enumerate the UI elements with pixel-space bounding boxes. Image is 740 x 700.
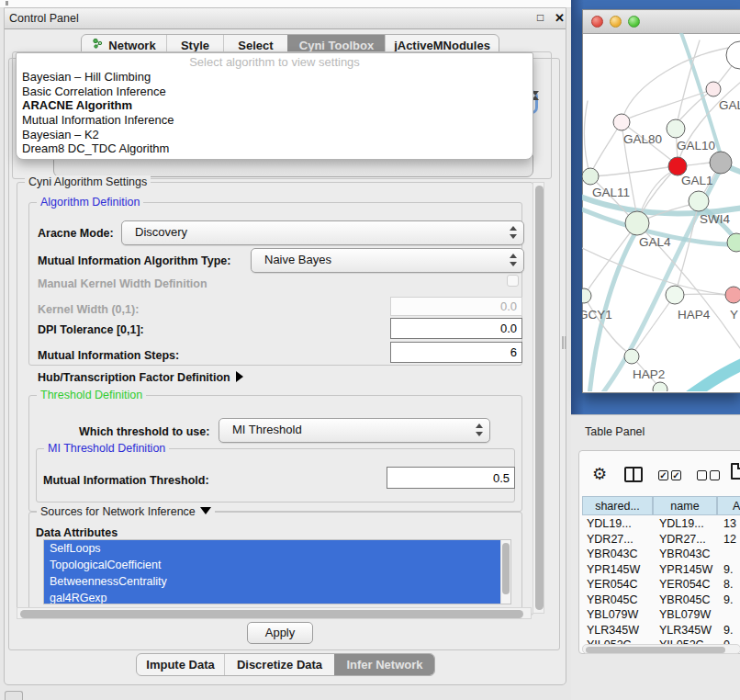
table-row[interactable]: YDL19...YDL19...13 bbox=[582, 516, 740, 532]
dropdown-option-dream8-dc-tdc-algorithm[interactable]: Dream8 DC_TDC Algorithm bbox=[17, 141, 533, 156]
mi-threshold-title: MI Threshold Definition bbox=[44, 442, 169, 455]
network-node-unlabeled[interactable] bbox=[727, 233, 740, 252]
network-node-swi4[interactable] bbox=[689, 191, 709, 211]
close-button[interactable] bbox=[591, 16, 603, 28]
settings-horizontal-scrollbar-thumb[interactable] bbox=[20, 610, 523, 618]
column-header-name[interactable]: name bbox=[653, 496, 717, 515]
table-horizontal-scrollbar-thumb[interactable] bbox=[586, 647, 725, 653]
table-cell: YBR043C bbox=[659, 547, 711, 562]
table-row[interactable]: YPR145WYPR145W9. bbox=[582, 562, 740, 578]
mi-steps-input[interactable] bbox=[390, 342, 522, 363]
table-header-row: shared...nameA bbox=[582, 496, 740, 515]
tab-discretize-data[interactable]: Discretize Data bbox=[224, 654, 334, 675]
attribute-item-topologicalcoefficient[interactable]: TopologicalCoefficient bbox=[44, 557, 506, 573]
manual-kernel-checkbox[interactable] bbox=[507, 275, 519, 287]
table-row[interactable]: YLR345WYLR345W9. bbox=[582, 623, 740, 638]
column-header-shared[interactable]: shared... bbox=[582, 496, 653, 515]
table-cell: YDL19... bbox=[587, 516, 632, 532]
corner-widget-icon[interactable] bbox=[5, 691, 23, 700]
network-node-unlabeled[interactable] bbox=[726, 41, 740, 69]
gear-icon[interactable]: ⚙ bbox=[592, 464, 607, 484]
table-panel-title: Table Panel bbox=[585, 425, 645, 438]
table-row[interactable]: YIL052CYIL052C0. bbox=[582, 638, 740, 644]
network-node-unlabeled[interactable] bbox=[710, 152, 732, 174]
aracne-mode-label: Aracne Mode: bbox=[38, 227, 114, 240]
network-node-label: GCY1 bbox=[582, 308, 612, 322]
combo-arrows-icon bbox=[510, 226, 517, 239]
float-window-icon[interactable]: □ bbox=[537, 11, 544, 24]
table-cell: 0. bbox=[723, 638, 733, 644]
tab-label: Impute Data bbox=[146, 654, 214, 675]
kernel-width-input[interactable] bbox=[390, 297, 522, 316]
apply-button[interactable]: Apply bbox=[247, 622, 313, 644]
select-all-icon[interactable]: ✓ bbox=[671, 470, 681, 480]
mi-threshold-label: Mutual Information Threshold: bbox=[43, 474, 209, 487]
attr-list-scrollbar[interactable] bbox=[500, 540, 510, 604]
mi-type-combo[interactable]: Naive Bayes bbox=[251, 248, 524, 273]
tab-infer-network[interactable]: Infer Network bbox=[334, 654, 434, 675]
network-node-label: SWI4 bbox=[700, 212, 730, 226]
dpi-tolerance-input[interactable] bbox=[390, 318, 522, 339]
dropdown-option-bayesian-k2[interactable]: Bayesian – K2 bbox=[17, 128, 533, 142]
select-all-icon[interactable]: ✓ bbox=[658, 470, 668, 480]
attribute-item-gal4rgexp[interactable]: gal4RGexp bbox=[44, 590, 506, 604]
attribute-item-selfloops[interactable]: SelfLoops bbox=[44, 540, 506, 557]
top-strip-tick bbox=[6, 1, 8, 6]
sources-title[interactable]: Sources for Network Inference bbox=[37, 505, 215, 518]
table-cell: YER054C bbox=[659, 577, 711, 593]
dropdown-option-mutual-information-inference[interactable]: Mutual Information Inference bbox=[17, 113, 533, 128]
split-view-icon[interactable] bbox=[624, 467, 643, 482]
network-node-gcy1[interactable] bbox=[582, 288, 591, 303]
network-node-gal10[interactable] bbox=[667, 119, 685, 138]
minimize-button[interactable] bbox=[610, 16, 622, 28]
deselect-all-icon[interactable] bbox=[697, 470, 707, 480]
data-attributes-label: Data Attributes bbox=[36, 526, 118, 539]
network-window-titlebar[interactable] bbox=[583, 10, 740, 34]
settings-vertical-scrollbar[interactable] bbox=[533, 182, 544, 614]
table-row[interactable]: YDR27...YDR27...12 bbox=[582, 532, 740, 548]
dpi-tolerance-label: DPI Tolerance [0,1]: bbox=[38, 323, 144, 336]
network-node-gal11[interactable] bbox=[582, 168, 599, 185]
tab-impute-data[interactable]: Impute Data bbox=[137, 654, 224, 675]
network-node-hap2[interactable] bbox=[624, 349, 639, 364]
table-horizontal-scrollbar[interactable] bbox=[582, 644, 740, 654]
dropdown-option-basic-correlation-inference[interactable]: Basic Correlation Inference bbox=[17, 85, 533, 99]
network-node-y[interactable] bbox=[725, 287, 740, 303]
network-node-gal1[interactable] bbox=[668, 157, 687, 175]
which-threshold-combo[interactable]: MI Threshold bbox=[219, 418, 490, 443]
algorithm-definition-title: Algorithm Definition bbox=[37, 196, 143, 209]
collapse-arrow-icon[interactable] bbox=[200, 507, 211, 514]
settings-vertical-scrollbar-thumb[interactable] bbox=[535, 186, 544, 610]
control-panel-titlebar[interactable]: Control Panel □ ✕ bbox=[5, 8, 566, 29]
which-threshold-value: MI Threshold bbox=[232, 423, 302, 436]
new-column-icon[interactable] bbox=[731, 463, 740, 480]
dropdown-option-bayesian-hill-climbing[interactable]: Bayesian – Hill Climbing bbox=[17, 70, 533, 85]
deselect-all-icon[interactable] bbox=[710, 470, 720, 480]
close-panel-icon[interactable]: ✕ bbox=[555, 11, 565, 25]
pane-splitter-handle[interactable] bbox=[562, 336, 566, 349]
column-header-a[interactable]: A bbox=[717, 496, 740, 515]
network-node-gal4[interactable] bbox=[625, 211, 649, 235]
network-node-gal8[interactable] bbox=[706, 82, 721, 96]
dropdown-option-aracne-algorithm[interactable]: ARACNE Algorithm bbox=[17, 98, 533, 113]
table-body: YDL19...YDL19...13YDR27...YDR27...12YBR0… bbox=[582, 516, 740, 644]
table-row[interactable]: YBL079WYBL079W bbox=[582, 607, 740, 623]
table-row[interactable]: YER054CYER054C8. bbox=[582, 577, 740, 593]
attribute-item-betweennesscentrality[interactable]: BetweennessCentrality bbox=[44, 573, 506, 590]
network-node-hap4[interactable] bbox=[666, 286, 684, 304]
network-node-unlabeled[interactable] bbox=[653, 382, 667, 391]
network-canvas[interactable]: GAL8GAL80GAL10GAL1GAL11SWI4GAL4GCY1HAP4Y… bbox=[582, 33, 740, 391]
attr-list-scrollbar-thumb[interactable] bbox=[502, 543, 510, 594]
table-row[interactable]: YBR045CYBR045C9. bbox=[582, 593, 740, 608]
network-node-gal80[interactable] bbox=[613, 114, 630, 130]
mi-threshold-input[interactable] bbox=[387, 467, 515, 489]
settings-horizontal-scrollbar[interactable] bbox=[17, 607, 532, 619]
network-node-label: GAL10 bbox=[677, 139, 715, 152]
algorithm-dropdown-popup: Select algorithm to view settingsBayesia… bbox=[16, 52, 533, 160]
expand-arrow-icon[interactable] bbox=[236, 371, 243, 382]
zoom-button[interactable] bbox=[628, 16, 640, 28]
table-row[interactable]: YBR043CYBR043C bbox=[582, 547, 740, 562]
network-node-label: GAL4 bbox=[639, 235, 671, 249]
hub-definition-toggle[interactable]: Hub/Transcription Factor Definition bbox=[38, 371, 243, 384]
aracne-mode-combo[interactable]: Discovery bbox=[121, 220, 524, 245]
